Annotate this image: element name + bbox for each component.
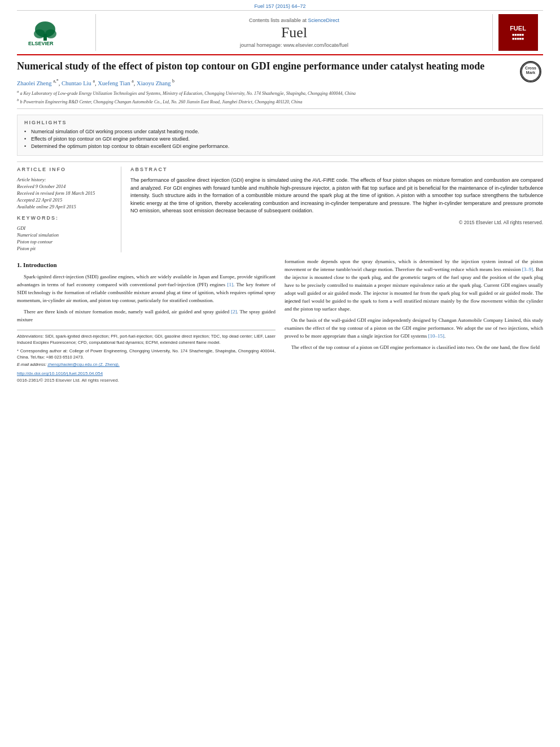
- author-liu[interactable]: Chuntao Liu: [62, 80, 91, 86]
- received-revised-date: Received in revised form 18 March 2015: [17, 190, 115, 196]
- keyword-3: Piston top contour: [17, 239, 115, 244]
- crossmark-section: Cross Mark: [518, 60, 543, 82]
- highlight-item-2: Effects of piston top contour on GDI eng…: [24, 136, 536, 142]
- received-date: Received 9 October 2014: [17, 184, 115, 189]
- keywords-label: Keywords:: [17, 215, 115, 221]
- available-online-date: Available online 29 April 2015: [17, 204, 115, 209]
- copyright-line: © 2015 Elsevier Ltd. All rights reserved…: [130, 220, 543, 225]
- abbreviations-line: Abbreviations: SIDI, spark-ignited direc…: [17, 334, 275, 346]
- author-zheng[interactable]: Zhaolei Zheng: [17, 80, 52, 86]
- accepted-date: Accepted 22 April 2015: [17, 197, 115, 203]
- section1-heading: 1. Introduction: [17, 260, 275, 270]
- author-zhang[interactable]: Xiaoyu Zhang: [137, 80, 170, 86]
- history-label: Article history:: [17, 177, 115, 182]
- crossmark-icon[interactable]: Cross Mark: [520, 61, 541, 82]
- journal-doi-bar: Fuel 157 (2015) 64–72: [0, 0, 560, 10]
- email-line: E-mail address: zhengzhaolei@cqu.edu.cn …: [17, 362, 275, 368]
- affiliation-a: a a Key Laboratory of Low-grade Energy U…: [17, 89, 506, 97]
- keyword-1: GDI: [17, 225, 115, 231]
- article-info-column: ARTICLE INFO Article history: Received 9…: [17, 167, 121, 252]
- highlight-item-1: Numerical simulation of GDI working proc…: [24, 129, 536, 134]
- email-link[interactable]: zhengzhaolei@cqu.edu.cn (Z. Zheng).: [47, 362, 120, 367]
- main-content: Numerical study of the effect of piston …: [17, 55, 543, 388]
- sciencedirect-text: Contents lists available at ScienceDirec…: [249, 18, 339, 23]
- footer-issn: 0016-2361/© 2015 Elsevier Ltd. All right…: [17, 377, 275, 384]
- abstract-text: The performance of gasoline direct injec…: [130, 177, 543, 215]
- ref-1[interactable]: [1]: [227, 282, 233, 287]
- corresponding-line: * Corresponding author at: College of Po…: [17, 348, 275, 361]
- article-info-label: ARTICLE INFO: [17, 167, 115, 172]
- affiliations: a a Key Laboratory of Low-grade Energy U…: [17, 89, 506, 105]
- ref-3-9[interactable]: [3–9]: [522, 267, 533, 272]
- journal-volume-info: Fuel 157 (2015) 64–72: [254, 3, 305, 9]
- keyword-4: Piston pit: [17, 246, 115, 251]
- body-left-col: 1. Introduction Spark-ignited direct-inj…: [17, 258, 275, 383]
- elsevier-logo-section: ELSEVIER: [17, 14, 96, 51]
- journal-header: ELSEVIER Contents lists available at Sci…: [17, 10, 543, 55]
- journal-homepage: journal homepage: www.elsevier.com/locat…: [240, 42, 348, 48]
- footer-footnotes: Abbreviations: SIDI, spark-ignited direc…: [17, 330, 275, 384]
- body-two-columns: 1. Introduction Spark-ignited direct-inj…: [17, 258, 543, 383]
- email-label: E-mail address:: [17, 362, 46, 367]
- svg-text:ELSEVIER: ELSEVIER: [28, 41, 54, 46]
- highlights-title: HIGHLIGHTS: [24, 120, 536, 125]
- svg-text:Mark: Mark: [526, 71, 535, 75]
- keywords-section: Keywords: GDI Numerical simulation Pisto…: [17, 215, 115, 251]
- journal-cover-image: FUEL ■■■■■ ■■■■■: [492, 14, 543, 51]
- highlights-section: HIGHLIGHTS Numerical simulation of GDI w…: [17, 115, 543, 156]
- article-history: Article history: Received 9 October 2014…: [17, 177, 115, 209]
- abbreviations-label: Abbreviations:: [17, 334, 44, 339]
- body-right-para-1: formation mode depends upon the spray dy…: [285, 258, 543, 313]
- article-title-section: Numerical study of the effect of piston …: [17, 60, 543, 109]
- body-right-para-2: On the basis of the wall-guided GDI engi…: [285, 317, 543, 340]
- article-title: Numerical study of the effect of piston …: [17, 60, 506, 73]
- abstract-column: ABSTRACT The performance of gasoline dir…: [130, 167, 543, 252]
- keyword-2: Numerical simulation: [17, 232, 115, 238]
- corresponding-label: * Corresponding author at:: [17, 348, 68, 353]
- journal-center-info: Contents lists available at ScienceDirec…: [96, 14, 492, 51]
- author-tian[interactable]: Xuefeng Tian: [98, 80, 130, 86]
- abstract-label: ABSTRACT: [130, 167, 543, 172]
- svg-rect-4: [43, 34, 47, 41]
- footer-doi[interactable]: http://dx.doi.org/10.1016/j.fuel.2015.04…: [17, 370, 275, 377]
- abbreviations-text: SIDI, spark-ignited direct-injection; PF…: [17, 334, 275, 345]
- article-info-abstract: ARTICLE INFO Article history: Received 9…: [17, 161, 543, 252]
- body-right-para-3: The effect of the top contour of a pisto…: [285, 344, 543, 352]
- body-right-col: formation mode depends upon the spray dy…: [285, 258, 543, 383]
- body-para-2: There are three kinds of mixture formati…: [17, 308, 275, 324]
- highlight-item-3: Determined the optimum piston top contou…: [24, 143, 536, 149]
- article-body: 1. Introduction Spark-ignited direct-inj…: [17, 258, 543, 383]
- sciencedirect-link[interactable]: ScienceDirect: [308, 18, 340, 23]
- body-para-1: Spark-ignited direct-injection (SIDI) ga…: [17, 273, 275, 305]
- elsevier-logo: ELSEVIER: [25, 17, 88, 48]
- authors-line: Zhaolei Zheng a,*, Chuntao Liu a, Xuefen…: [17, 78, 506, 86]
- affiliation-b: b b Powertrain Engineering R&D Center, C…: [17, 97, 506, 106]
- fuel-cover-thumbnail: FUEL ■■■■■ ■■■■■: [498, 14, 538, 51]
- svg-text:Cross: Cross: [525, 66, 536, 70]
- ref-2[interactable]: [2]: [231, 309, 237, 314]
- article-title-text-area: Numerical study of the effect of piston …: [17, 60, 518, 105]
- journal-title: Fuel: [281, 24, 307, 41]
- doi-link[interactable]: http://dx.doi.org/10.1016/j.fuel.2015.04…: [17, 371, 103, 376]
- ref-10-15[interactable]: [10–15]: [428, 333, 444, 339]
